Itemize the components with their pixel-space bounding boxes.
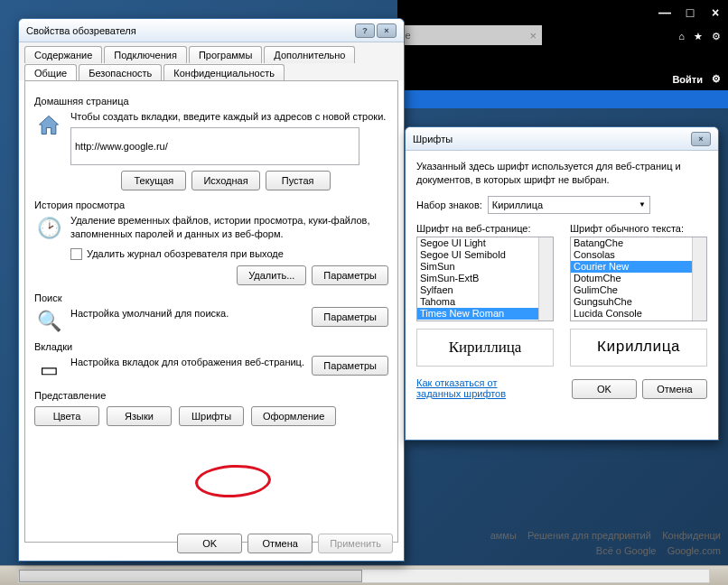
history-desc: Удаление временных файлов, истории просм… bbox=[70, 214, 388, 241]
list-item[interactable]: Sylfaen bbox=[417, 284, 553, 296]
ignore-fonts-link[interactable]: Как отказаться от заданных шрифтов bbox=[416, 377, 525, 399]
login-link[interactable]: Войти bbox=[672, 74, 703, 85]
presentation-section-label: Представление bbox=[34, 390, 388, 401]
search-section-label: Поиск bbox=[34, 292, 388, 303]
tab-close-icon[interactable]: × bbox=[529, 29, 537, 42]
window-controls: — □ × bbox=[397, 0, 728, 25]
tabs-icon: ▭ bbox=[34, 356, 63, 385]
btn-tabs-params[interactable]: Параметры bbox=[312, 356, 388, 376]
btn-blank[interactable]: Пустая bbox=[266, 171, 331, 190]
history-section-label: История просмотра bbox=[34, 200, 388, 210]
tabs-section-label: Вкладки bbox=[34, 341, 388, 352]
chevron-down-icon: ▼ bbox=[639, 200, 646, 209]
home-section-label: Домашняя страница bbox=[34, 96, 388, 107]
search-strip bbox=[397, 90, 728, 108]
internet-options-dialog: Свойства обозревателя ? × Содержание Под… bbox=[18, 18, 405, 562]
btn-accessibility[interactable]: Оформление bbox=[251, 406, 336, 426]
tab-general[interactable]: Общие bbox=[24, 64, 77, 81]
fonts-title: Шрифты bbox=[413, 134, 689, 144]
delete-on-exit-checkbox[interactable] bbox=[70, 248, 82, 260]
apply-button[interactable]: Применить bbox=[318, 534, 393, 553]
home-desc: Чтобы создать вкладки, введите каждый из… bbox=[70, 110, 388, 124]
annotation-circle bbox=[194, 463, 272, 499]
tabs-desc: Настройка вкладок для отображения веб-ст… bbox=[70, 356, 304, 369]
browser-tab[interactable]: le × bbox=[397, 25, 542, 45]
list-item[interactable]: Segoe UI Semibold bbox=[417, 249, 553, 261]
star-icon[interactable]: ★ bbox=[694, 31, 703, 42]
list-item[interactable]: DotumChe bbox=[571, 273, 706, 284]
btn-history-params[interactable]: Параметры bbox=[312, 265, 388, 285]
settings-gear-icon[interactable]: ⚙ bbox=[712, 73, 721, 85]
charset-select[interactable]: Кириллица ▼ bbox=[488, 196, 650, 214]
list-item[interactable]: GulimChe bbox=[571, 284, 706, 296]
fonts-desc: Указанный здесь шрифт используется для в… bbox=[416, 160, 707, 187]
list-item[interactable]: Lucida Console bbox=[571, 308, 706, 320]
plain-font-listbox[interactable]: BatangChe Consolas Courier New DotumChe … bbox=[570, 237, 707, 321]
tab-privacy[interactable]: Конфиденциальность bbox=[163, 64, 285, 81]
home-icon[interactable]: ⌂ bbox=[678, 31, 685, 42]
maximize-button[interactable]: □ bbox=[677, 0, 703, 25]
horizontal-scrollbar[interactable] bbox=[18, 569, 710, 583]
dialog-footer: OK Отмена Применить bbox=[177, 534, 393, 553]
status-bar bbox=[0, 565, 728, 585]
list-item[interactable]: Consolas bbox=[571, 249, 706, 261]
scrollbar[interactable] bbox=[692, 237, 706, 320]
plain-font-sample: Кириллица bbox=[570, 329, 707, 367]
list-item[interactable]: SimSun bbox=[417, 261, 553, 273]
fonts-ok-button[interactable]: OK bbox=[572, 379, 637, 399]
tab-security[interactable]: Безопасность bbox=[79, 64, 162, 81]
minimize-button[interactable]: — bbox=[652, 0, 677, 25]
web-font-listbox[interactable]: Segoe UI Light Segoe UI Semibold SimSun … bbox=[416, 237, 554, 321]
scrollbar-thumb[interactable] bbox=[19, 570, 362, 582]
tab-advanced[interactable]: Дополнительно bbox=[264, 46, 355, 63]
btn-current[interactable]: Текущая bbox=[121, 171, 186, 190]
list-item[interactable]: Segoe UI Light bbox=[417, 237, 553, 249]
btn-default[interactable]: Исходная bbox=[191, 171, 259, 190]
tab-content[interactable]: Содержание bbox=[24, 46, 102, 63]
btn-fonts[interactable]: Шрифты bbox=[179, 406, 244, 426]
fonts-cancel-button[interactable]: Отмена bbox=[642, 379, 707, 399]
list-item[interactable]: GungsuhChe bbox=[571, 296, 706, 308]
fonts-close-button[interactable]: × bbox=[691, 132, 711, 146]
history-icon: 🕑 bbox=[34, 214, 63, 243]
fonts-titlebar: Шрифты × bbox=[406, 127, 718, 151]
ok-button[interactable]: OK bbox=[177, 534, 242, 553]
btn-languages[interactable]: Языки bbox=[107, 406, 172, 426]
gear-icon[interactable]: ⚙ bbox=[712, 31, 721, 42]
page-footer: аммы Решения для предприятий Конфиденци … bbox=[397, 528, 728, 558]
charset-value: Кириллица bbox=[492, 200, 543, 210]
homepage-input[interactable] bbox=[70, 127, 359, 165]
home-icon bbox=[34, 110, 63, 139]
btn-search-params[interactable]: Параметры bbox=[312, 307, 388, 327]
close-button[interactable]: × bbox=[377, 23, 397, 38]
list-item-selected[interactable]: Times New Roman bbox=[417, 308, 553, 320]
dialog-titlebar: Свойства обозревателя ? × bbox=[19, 19, 404, 42]
cancel-button[interactable]: Отмена bbox=[247, 534, 313, 553]
fonts-dialog: Шрифты × Указанный здесь шрифт используе… bbox=[405, 126, 719, 441]
btn-delete-history[interactable]: Удалить... bbox=[237, 265, 306, 285]
plain-font-label: Шрифт обычного текста: bbox=[570, 223, 707, 234]
scrollbar[interactable] bbox=[538, 237, 553, 320]
delete-on-exit-label: Удалить журнал обозревателя при выходе bbox=[87, 248, 284, 259]
list-item[interactable]: BatangChe bbox=[571, 237, 706, 249]
tab-panel-general: Домашняя страница Чтобы создать вкладки,… bbox=[24, 80, 398, 543]
list-item[interactable]: Tahoma bbox=[417, 296, 553, 308]
dialog-title: Свойства обозревателя bbox=[26, 25, 353, 36]
browser-toolbar: le × ⌂ ★ ⚙ Войти ⚙ bbox=[397, 25, 728, 90]
help-button[interactable]: ? bbox=[355, 23, 375, 38]
search-desc: Настройка умолчаний для поиска. bbox=[70, 307, 304, 320]
web-font-label: Шрифт на веб-странице: bbox=[416, 223, 554, 234]
close-button[interactable]: × bbox=[703, 0, 728, 25]
search-icon: 🔍 bbox=[34, 307, 63, 336]
list-item-selected[interactable]: Courier New bbox=[571, 261, 706, 273]
tab-connections[interactable]: Подключения bbox=[104, 46, 187, 63]
tab-programs[interactable]: Программы bbox=[189, 46, 262, 63]
charset-label: Набор знаков: bbox=[416, 200, 482, 210]
tab-strip: Содержание Подключения Программы Дополни… bbox=[19, 42, 404, 80]
btn-colors[interactable]: Цвета bbox=[34, 406, 99, 426]
list-item[interactable]: SimSun-ExtB bbox=[417, 273, 553, 284]
web-font-sample: Кириллица bbox=[416, 329, 554, 367]
